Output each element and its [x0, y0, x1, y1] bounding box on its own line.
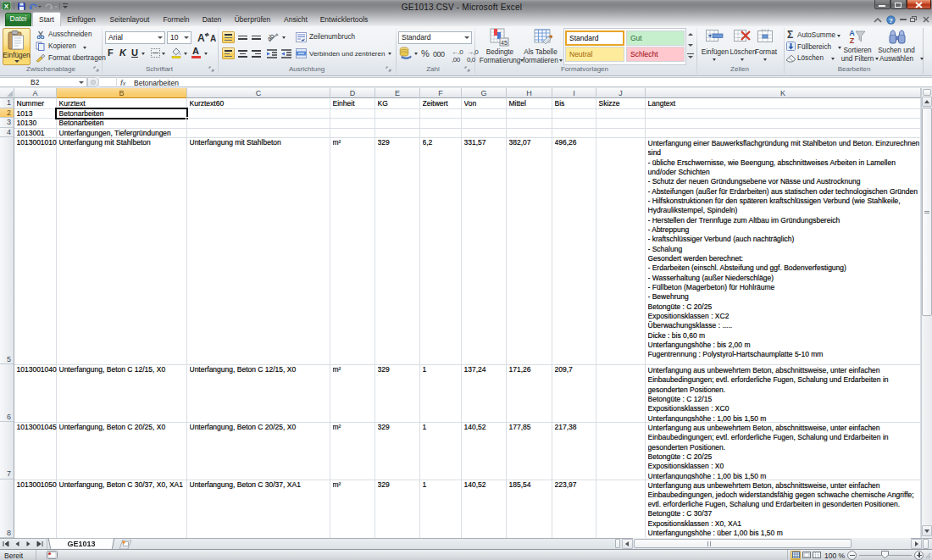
svg-text:ab: ab — [268, 32, 276, 43]
svg-text:?: ? — [889, 17, 893, 25]
svg-text:Z: Z — [850, 36, 855, 45]
svg-text:A: A — [849, 29, 855, 37]
svg-text:X: X — [4, 3, 9, 10]
svg-text:45: 45 — [501, 40, 508, 46]
svg-text:A: A — [210, 34, 216, 43]
svg-text:A: A — [197, 32, 205, 43]
